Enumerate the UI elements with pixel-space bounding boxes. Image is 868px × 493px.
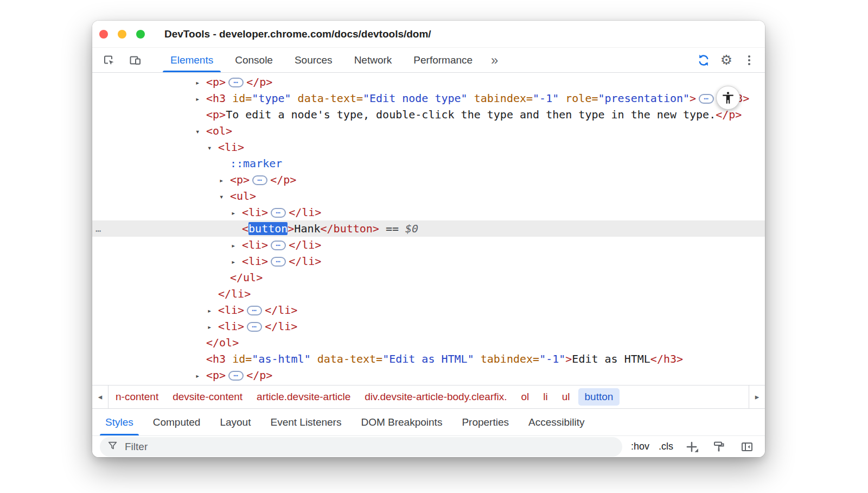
expand-arrow-icon[interactable]: ▸	[231, 205, 242, 221]
breadcrumb-item-div-devsite-article-body-clearfix[interactable]: div.devsite-article-body.clearfix.	[358, 385, 514, 408]
dom-tree-line[interactable]: ▸<li>⋯</li>	[92, 253, 765, 269]
dom-tree-line[interactable]: <p>To edit a node's type, double-click t…	[92, 106, 765, 123]
tag-token: >	[565, 352, 572, 365]
tag-token: </p>	[716, 108, 742, 121]
tag-token: </p>	[246, 75, 272, 89]
accessibility-cursor-icon	[716, 86, 740, 110]
expand-arrow-icon[interactable]: ▸	[231, 237, 242, 254]
breadcrumb-item-button[interactable]: button	[578, 388, 620, 406]
tag-token: </li>	[218, 287, 251, 300]
attribute-value-token: "Edit as HTML"	[382, 352, 474, 365]
expand-arrow-icon[interactable]: ▸	[195, 74, 206, 91]
toggle-element-state-hov[interactable]: :hov	[631, 441, 649, 452]
inline-expand-badge[interactable]: ⋯	[247, 306, 262, 315]
dom-tree-line[interactable]: <h3 id="as-html" data-text="Edit as HTML…	[92, 351, 765, 367]
dom-tree-line[interactable]: ▸<li>⋯</li>	[92, 318, 765, 334]
styles-filter-input[interactable]	[100, 437, 622, 457]
main-toolbar: ElementsConsoleSourcesNetworkPerformance…	[92, 48, 765, 73]
dom-tree-line[interactable]: ▸<li>⋯</li>	[92, 302, 765, 318]
tab-styles[interactable]: Styles	[95, 409, 143, 435]
expand-arrow-icon[interactable]: ▸	[207, 302, 218, 319]
settings-gear-icon[interactable]: ⚙	[717, 51, 736, 69]
tab-sources[interactable]: Sources	[284, 48, 343, 72]
inline-expand-badge[interactable]: ⋯	[228, 78, 244, 87]
tab-properties[interactable]: Properties	[452, 409, 519, 435]
tab-accessibility[interactable]: Accessibility	[519, 409, 594, 435]
maximize-window-button[interactable]	[136, 30, 145, 39]
inline-expand-badge[interactable]: ⋯	[252, 175, 267, 185]
dom-tree-line[interactable]: ▸<li>⋯</li>	[92, 204, 765, 220]
breadcrumb-scroll-right-icon[interactable]: ▸	[749, 385, 765, 408]
dom-tree-line[interactable]: ▸<li>⋯</li>	[92, 237, 765, 253]
dom-tree-line[interactable]: ▸<h3 id="type" data-text="Edit node type…	[92, 90, 765, 106]
tag-token: <li>	[242, 238, 268, 251]
inline-expand-badge[interactable]: ⋯	[247, 322, 262, 332]
tag-token: <li>	[242, 255, 268, 268]
breadcrumb-list: n-contentdevsite-contentarticle.devsite-…	[108, 385, 749, 408]
new-style-rule-plus-icon[interactable]	[682, 438, 701, 456]
inline-expand-badge[interactable]: ⋯	[228, 371, 244, 381]
dom-tree-line[interactable]: ▾<ul>	[92, 188, 765, 204]
tag-token: <li>	[218, 320, 244, 333]
tab-dom-breakpoints[interactable]: DOM Breakpoints	[351, 409, 452, 435]
expand-arrow-icon[interactable]: ▸	[195, 368, 206, 384]
tab-layout[interactable]: Layout	[210, 409, 260, 435]
dom-tree-line[interactable]: ▾<ol>	[92, 123, 765, 139]
breadcrumb-scroll-left-icon[interactable]: ◂	[92, 385, 108, 408]
dom-tree-line[interactable]: ▸<p>⋯</p>	[92, 74, 765, 90]
tab-event-listeners[interactable]: Event Listeners	[260, 409, 351, 435]
expand-arrow-icon[interactable]: ▸	[195, 91, 206, 107]
expand-arrow-icon[interactable]: ▸	[231, 254, 242, 270]
expand-arrow-icon[interactable]: ▸	[219, 172, 230, 188]
tag-token: <p>	[206, 108, 226, 121]
attribute-name-token: id=	[226, 352, 252, 365]
tab-elements[interactable]: Elements	[159, 48, 224, 72]
tab-computed[interactable]: Computed	[143, 409, 210, 435]
tag-token: </li>	[289, 206, 321, 219]
dom-tree-line[interactable]: ▸<p>⋯</p>	[92, 367, 765, 383]
sync-updates-icon[interactable]	[694, 51, 713, 69]
dom-tree-line[interactable]: </li>	[92, 286, 765, 302]
device-toolbar-icon[interactable]	[126, 51, 144, 69]
tab-console[interactable]: Console	[224, 48, 284, 72]
dom-tree-line[interactable]: ▾<li>	[92, 139, 765, 155]
dom-tree-line[interactable]: …<button>Hank</button> == $0	[92, 220, 765, 237]
toggle-sidebar-panel-icon[interactable]	[738, 438, 756, 456]
inline-expand-badge[interactable]: ⋯	[699, 94, 714, 104]
toolbar-right-icons: ⚙	[694, 48, 765, 72]
toggle-element-classes-cls[interactable]: .cls	[659, 441, 673, 452]
breadcrumb-item-ol[interactable]: ol	[514, 385, 537, 408]
inspect-element-icon[interactable]	[100, 51, 118, 69]
breadcrumb-item-ul[interactable]: ul	[555, 385, 577, 408]
row-actions-icon[interactable]: …	[95, 220, 101, 237]
more-tabs-icon[interactable]: »	[483, 48, 506, 72]
breadcrumb-item-devsite-content[interactable]: devsite-content	[165, 385, 250, 408]
collapse-arrow-icon[interactable]: ▾	[195, 123, 206, 140]
pseudo-element-token: ::marker	[230, 157, 282, 170]
close-window-button[interactable]	[99, 30, 108, 39]
inline-expand-badge[interactable]: ⋯	[271, 208, 286, 218]
breadcrumb-item-article-devsite-article[interactable]: article.devsite-article	[250, 385, 358, 408]
dom-tree-line[interactable]: ▸<p>⋯</p>	[92, 172, 765, 188]
kebab-menu-icon[interactable]	[740, 51, 758, 69]
attribute-value-token: "-1"	[533, 92, 559, 105]
inline-expand-badge[interactable]: ⋯	[271, 257, 286, 267]
tag-token: <li>	[218, 304, 244, 317]
dom-tree-line[interactable]: </ul>	[92, 269, 765, 286]
attribute-value-token: "type"	[252, 92, 291, 105]
breadcrumb-item-li[interactable]: li	[536, 385, 554, 408]
tag-token: </li>	[265, 320, 297, 333]
paint-roller-icon[interactable]	[710, 438, 729, 456]
minimize-window-button[interactable]	[118, 30, 126, 39]
tab-network[interactable]: Network	[343, 48, 403, 72]
tag-token: <ol>	[206, 124, 232, 137]
toolbar-left-icons	[92, 48, 144, 72]
tab-performance[interactable]: Performance	[403, 48, 483, 72]
breadcrumb-item-n-content[interactable]: n-content	[108, 385, 165, 408]
collapse-arrow-icon[interactable]: ▾	[219, 188, 230, 205]
dom-tree-line[interactable]: </ol>	[92, 334, 765, 351]
inline-expand-badge[interactable]: ⋯	[271, 241, 286, 250]
expand-arrow-icon[interactable]: ▸	[207, 319, 218, 335]
collapse-arrow-icon[interactable]: ▾	[207, 140, 218, 156]
dom-tree-line[interactable]: ::marker	[92, 155, 765, 172]
